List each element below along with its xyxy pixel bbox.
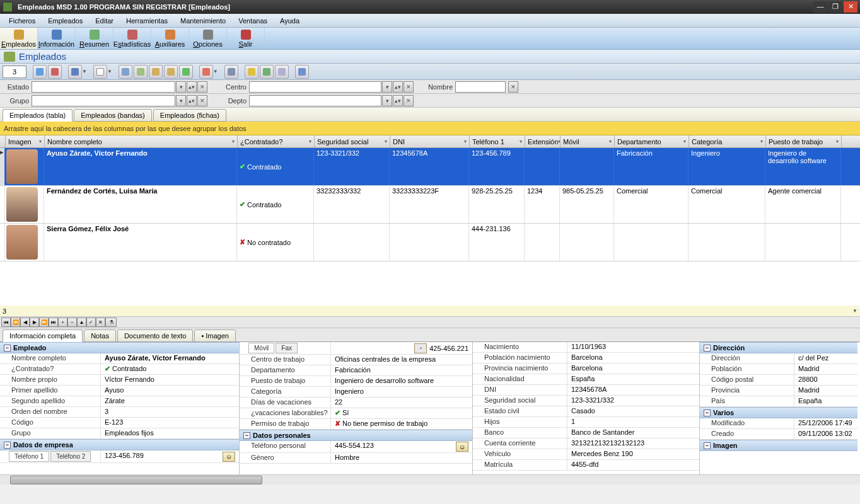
group-imagen[interactable]: −Imagen (700, 440, 857, 451)
nav-bookmark-icon[interactable]: ✓ (86, 318, 96, 327)
filter-btn[interactable]: ▴▾ (187, 81, 197, 93)
nav-edit-icon[interactable]: ▲ (77, 318, 86, 327)
column-dropdown-icon[interactable]: ▾ (309, 139, 311, 144)
filter-btn[interactable]: ✕ (197, 95, 207, 106)
detail-tab-0[interactable]: Información completa (3, 329, 83, 342)
fax-button[interactable]: ▫ (414, 343, 427, 353)
nav-remove-icon[interactable]: − (67, 318, 77, 327)
tool-edit-icon[interactable] (68, 65, 82, 79)
nav-next-icon[interactable]: ▶ (30, 318, 39, 327)
nav-filter-icon[interactable]: ⚗ (105, 318, 117, 327)
tab-1[interactable]: Empleados (bandas) (74, 109, 152, 122)
column-header[interactable]: Categoría▾ (689, 135, 766, 147)
group-hint-bar[interactable]: Arrastre aquí la cabecera de las columna… (0, 122, 860, 135)
collapse-icon[interactable]: − (4, 345, 11, 352)
tool-globe-icon[interactable] (260, 65, 274, 79)
tool-monitor-icon[interactable] (119, 65, 132, 79)
column-header[interactable]: DNI▾ (390, 135, 470, 147)
filter-btn[interactable]: ▾ (176, 95, 186, 106)
tool-folder-open-icon[interactable] (179, 65, 193, 79)
menu-ficheros[interactable]: Ficheros (3, 15, 42, 26)
collapse-icon[interactable]: − (704, 345, 711, 352)
column-dropdown-icon[interactable]: ▾ (683, 139, 686, 144)
fax-tab[interactable]: Fax (276, 343, 298, 353)
lookup-button[interactable]: ☺ (456, 442, 468, 452)
detail-tab-3[interactable]: • Imagen (194, 329, 236, 342)
movil-tab[interactable]: Móvil (248, 343, 274, 353)
column-dropdown-icon[interactable]: ▾ (520, 139, 522, 144)
column-dropdown-icon[interactable]: ▾ (760, 139, 763, 144)
table-row[interactable]: Sierra Gómez, Félix José✘No contratado44… (0, 224, 860, 261)
tool-print-icon[interactable] (224, 65, 238, 79)
nav-prevpage-icon[interactable]: ⏪ (11, 318, 20, 327)
collapse-icon[interactable]: − (704, 410, 711, 416)
filter-btn[interactable]: ✕ (404, 95, 414, 106)
tool-compare-icon[interactable] (134, 65, 148, 79)
table-row[interactable]: ▸Ayuso Zárate, Víctor Fernando✔Contratad… (0, 148, 860, 186)
column-header[interactable]: Móvil▾ (561, 135, 615, 147)
column-dropdown-icon[interactable]: ▾ (836, 139, 839, 144)
tool-chart-icon[interactable] (275, 65, 289, 79)
tab-0[interactable]: Empleados (tabla) (3, 109, 73, 122)
minimize-button[interactable]: — (813, 1, 827, 13)
filter-input-grupo[interactable] (32, 95, 175, 106)
ribbon-información[interactable]: Información (38, 28, 76, 49)
ribbon-salir[interactable]: Salir (227, 28, 265, 49)
collapse-icon[interactable]: − (4, 442, 11, 449)
menu-ventanas[interactable]: Ventanas (232, 15, 274, 26)
column-header[interactable]: Puesto de trabajo▾ (766, 135, 842, 147)
collapse-icon[interactable]: − (704, 442, 711, 449)
filter-input-nombre[interactable] (455, 81, 506, 93)
filter-btn[interactable]: ▾ (382, 95, 392, 106)
close-button[interactable]: ✕ (844, 1, 857, 13)
filter-btn[interactable]: ✕ (404, 81, 414, 93)
column-header[interactable]: Imagen▾ (6, 135, 45, 147)
column-header[interactable]: Extensión▾ (525, 135, 561, 147)
filter-input-depto[interactable] (249, 95, 381, 106)
column-header[interactable]: Departamento▾ (615, 135, 689, 147)
tool-remove-icon[interactable] (199, 65, 213, 79)
filter-btn[interactable]: ▴▾ (393, 81, 403, 93)
group-varios[interactable]: −Varios (700, 407, 857, 418)
maximize-button[interactable]: ❐ (828, 1, 842, 13)
group-empleado[interactable]: −Empleado (0, 342, 239, 353)
ribbon-auxiliares[interactable]: Auxiliares (151, 28, 189, 49)
group-empresa[interactable]: −Datos de empresa (0, 439, 239, 450)
menu-mantenimiento[interactable]: Mantenimiento (174, 15, 232, 26)
filter-btn[interactable]: ▾ (176, 81, 186, 93)
nav-last-icon[interactable]: ⏭ (49, 318, 58, 327)
phone-lookup[interactable]: ☺ (223, 452, 235, 462)
record-number-box[interactable]: 3 (3, 66, 26, 78)
group-personal[interactable]: −Datos personales (240, 430, 472, 441)
ribbon-estadísticas[interactable]: Estadísticas (113, 28, 151, 49)
nav-nextpage-icon[interactable]: ⏩ (39, 318, 49, 327)
filter-btn[interactable]: ✕ (197, 81, 207, 93)
detail-tab-1[interactable]: Notas (84, 329, 116, 342)
tool-delete-icon[interactable] (48, 65, 62, 79)
horizontal-scrollbar[interactable] (0, 474, 860, 484)
tab-2[interactable]: Empleados (fichas) (153, 109, 226, 122)
ribbon-empleados[interactable]: Empleados (0, 28, 38, 49)
nav-add-icon[interactable]: + (58, 318, 67, 327)
collapse-icon[interactable]: − (243, 432, 250, 439)
filter-clear[interactable]: ✕ (508, 81, 518, 93)
tool-calendar-icon[interactable] (93, 65, 107, 79)
column-header[interactable]: Seguridad social▾ (315, 135, 390, 147)
menu-ayuda[interactable]: Ayuda (274, 15, 306, 26)
phone-tab[interactable]: Teléfono 1 (9, 451, 49, 462)
scrollbar-thumb[interactable] (10, 476, 262, 484)
filter-input-estado[interactable] (32, 81, 175, 93)
menu-herramientas[interactable]: Herramientas (120, 15, 174, 26)
nav-first-icon[interactable]: ⏮ (1, 318, 11, 327)
nav-cancel-icon[interactable]: ✕ (96, 318, 105, 327)
group-direccion[interactable]: −Dirección (700, 342, 857, 353)
tool-folder2-icon[interactable] (164, 65, 178, 79)
ribbon-opciones[interactable]: Opciones (189, 28, 227, 49)
tool-weather-icon[interactable] (245, 65, 259, 79)
table-row[interactable]: Fernández de Cortés, Luisa María✔Contrat… (0, 186, 860, 224)
filter-btn[interactable]: ▾ (382, 81, 392, 93)
menu-editar[interactable]: Editar (89, 15, 120, 26)
nav-prev-icon[interactable]: ◀ (20, 318, 30, 327)
filter-btn[interactable]: ▴▾ (393, 95, 403, 106)
detail-tab-2[interactable]: Documento de texto (117, 329, 193, 342)
